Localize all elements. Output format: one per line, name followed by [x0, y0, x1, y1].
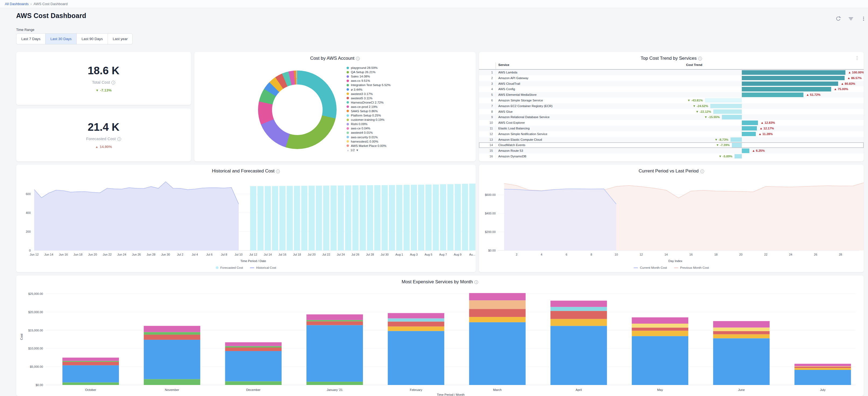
breadcrumb-all-dashboards-link[interactable]: All Dashboards — [5, 2, 29, 6]
table-row-aws-config[interactable]: 4AWS Config▲ 75.00% — [479, 86, 864, 92]
total-cost-value: 18.6 K — [88, 65, 120, 77]
historical-forecasted-chart[interactable]: 6004002000Jun 12Jun 14Jun 16Jun 18Jun 20… — [16, 165, 476, 272]
donut-legend-label: aws-ce-prod 2.19% — [351, 105, 377, 109]
svg-text:May: May — [657, 388, 663, 391]
legend-dot-icon — [346, 114, 349, 117]
triangle-down-icon: ▼ — [95, 89, 99, 92]
time-range-option-last-year[interactable]: Last year — [107, 33, 133, 44]
table-row-amazon-api-gateway[interactable]: 2Amazon API Gateway▲ 86.57% — [479, 75, 864, 81]
table-row-aws-elemental-mediastore[interactable]: 5AWS Elemental MediaStore▲ 51.72% — [479, 92, 864, 98]
table-row-amazon-elastic-compute-cloud[interactable]: 13Amazon Elastic Compute Cloud▼ -8.73% — [479, 137, 864, 143]
info-icon[interactable] — [701, 170, 704, 173]
svg-text:$600.00: $600.00 — [485, 193, 496, 196]
pager-up-icon[interactable]: ▲ — [346, 149, 349, 152]
svg-text:Jul 2: Jul 2 — [177, 253, 183, 256]
info-icon[interactable] — [356, 57, 360, 61]
donut-legend-item[interactable]: AWS Market Place 0.00% — [346, 144, 391, 148]
trend-bar — [705, 98, 742, 103]
info-icon[interactable] — [698, 57, 702, 61]
trend-bar — [735, 154, 742, 159]
table-row-amazon-dynamodb[interactable]: 16Amazon DynamoDB▼ -5.89% — [479, 154, 864, 159]
donut-legend-item[interactable]: HarnessDroneCI 2.72% — [346, 100, 391, 105]
svg-text:December: December — [246, 388, 260, 391]
page-title: AWS Cost Dashboard — [16, 12, 86, 20]
table-row-cloudwatch-events[interactable]: 14CloudWatch Events▼ -7.39% — [479, 142, 864, 148]
forecasted-cost-label: Forecasted Cost — [86, 136, 121, 141]
svg-text:600: 600 — [26, 192, 31, 195]
most-expensive-services-chart[interactable]: $25,000.00$20,000.00$15,000.00$10,000.00… — [16, 275, 864, 396]
donut-legend-item[interactable]: aws-ce-prod 2.19% — [346, 105, 391, 109]
legend-forecasted-cost[interactable]: Forecasted Cost — [216, 266, 243, 269]
legend-historical-cost[interactable]: Historical Cost — [250, 266, 276, 269]
svg-text:6: 6 — [565, 253, 567, 256]
time-range-option-last-7-days[interactable]: Last 7 Days — [16, 33, 45, 44]
filter-icon[interactable] — [848, 16, 854, 22]
refresh-icon[interactable] — [835, 16, 841, 22]
trend-percent: ▲ 86.57% — [847, 75, 862, 81]
table-row-amazon-route-53[interactable]: 15Amazon Route 53▲ 6.25% — [479, 148, 864, 154]
column-header-service[interactable]: Service — [498, 63, 509, 66]
trend-bar — [731, 138, 742, 142]
legend-dot-icon — [346, 131, 349, 134]
trend-bar — [713, 110, 742, 114]
trend-percent: ▲ 12.83% — [761, 120, 775, 126]
info-icon[interactable] — [276, 170, 280, 173]
trend-bar — [742, 70, 845, 75]
time-range-option-last-30-days[interactable]: Last 30 Days — [45, 33, 77, 44]
current-vs-last-period-chart[interactable]: $600.00$400.00$200.00$0.0024681012141618… — [479, 165, 864, 272]
svg-text:Jun 24: Jun 24 — [117, 253, 126, 256]
donut-legend-item[interactable]: ø 3.44% — [346, 87, 391, 91]
donut-legend-item[interactable]: Integration Test Setup 5.52% — [346, 83, 391, 87]
donut-legend-item[interactable]: aws-cs 9.51% — [346, 79, 391, 83]
svg-text:Cost: Cost — [20, 333, 23, 340]
svg-text:Jun 30: Jun 30 — [161, 253, 170, 256]
svg-text:$5,000.00: $5,000.00 — [30, 365, 43, 368]
donut-legend-item[interactable]: customer-training 0.19% — [346, 118, 391, 122]
donut-legend-item[interactable]: Platform Setup 0.25% — [346, 113, 391, 118]
aws-cost-dashboard-page: All Dashboards › AWS Cost Dashboard AWS … — [0, 0, 868, 396]
trend-percent: ▼ -24.52% — [693, 103, 708, 109]
donut-legend-item[interactable]: Rishi 0.09% — [346, 122, 391, 126]
table-row-aws-glue[interactable]: 8AWS Glue▼ -22.12% — [479, 109, 864, 115]
donut-legend-label: harnesstest1 0.00% — [351, 140, 378, 143]
table-row-amazon-ec2-container-registry-ecr-[interactable]: 7Amazon EC2 Container Registry (ECR)▼ -2… — [479, 103, 864, 109]
donut-legend-item[interactable]: QA Setup 26.21% — [346, 70, 391, 74]
svg-text:Jul 28: Jul 28 — [366, 253, 374, 256]
donut-legend-item[interactable]: aws-ce 0.04% — [346, 126, 391, 130]
donut-legend-item[interactable]: harnesstest1 0.00% — [346, 139, 391, 144]
donut-legend-item[interactable]: awstest5 3.11% — [346, 96, 391, 100]
panel-kebab-icon[interactable]: ⋮ — [855, 55, 859, 61]
svg-text:28: 28 — [839, 253, 842, 256]
donut-legend-item[interactable]: awstest4 0.01% — [346, 130, 391, 135]
service-name: AWS Config — [498, 86, 515, 92]
donut-legend-item[interactable]: aws-security 0.01% — [346, 135, 391, 139]
svg-text:July: July — [820, 388, 826, 391]
svg-text:22: 22 — [764, 253, 767, 256]
info-icon[interactable] — [112, 81, 115, 85]
pager-down-icon[interactable]: ▼ — [356, 149, 359, 152]
table-row-amazon-simple-notification-service[interactable]: 12Amazon Simple Notification Service▲ 11… — [479, 131, 864, 137]
table-row-aws-cost-explorer[interactable]: 10AWS Cost Explorer▲ 12.83% — [479, 120, 864, 126]
time-range-option-last-90-days[interactable]: Last 90 Days — [76, 33, 108, 44]
legend-dot-icon — [346, 119, 349, 121]
svg-text:$20,000.00: $20,000.00 — [28, 310, 43, 314]
top-cost-trend-panel: Top Cost Trend by Services ⋮ Service Cos… — [479, 52, 864, 161]
header-actions — [835, 16, 866, 22]
info-icon[interactable] — [117, 137, 121, 141]
donut-legend-item[interactable]: awstest3 3.17% — [346, 92, 391, 96]
donut-legend-item[interactable]: Sales 14.08% — [346, 74, 391, 79]
donut-legend-item[interactable]: playground 28.59% — [346, 66, 391, 70]
table-row-amazon-relational-database-service[interactable]: 9Amazon Relational Database Service▼ -15… — [479, 114, 864, 120]
service-name: Amazon EC2 Container Registry (ECR) — [498, 103, 552, 109]
table-row-amazon-simple-storage-service[interactable]: 6Amazon Simple Storage Service▼ -43.81% — [479, 98, 864, 103]
kebab-menu-icon[interactable] — [861, 16, 866, 22]
column-header-cost-trend[interactable]: Cost Trend — [686, 63, 702, 66]
legend-dot-icon — [346, 80, 349, 82]
donut-legend-item[interactable]: SAAS Setup 0.86% — [346, 109, 391, 113]
table-row-aws-cloudtrail[interactable]: 3AWS CloudTrail▲ 80.83% — [479, 81, 864, 87]
info-icon[interactable] — [474, 280, 478, 284]
table-row-aws-lambda[interactable]: 1AWS Lambda▲ 100.00% — [479, 70, 864, 75]
legend-previous-month-cost[interactable]: Previous Month Cost — [674, 266, 709, 269]
table-row-elastic-load-balancing[interactable]: 11Elastic Load Balancing▲ 12.17% — [479, 126, 864, 131]
legend-current-month-cost[interactable]: Current Month Cost — [633, 266, 667, 269]
